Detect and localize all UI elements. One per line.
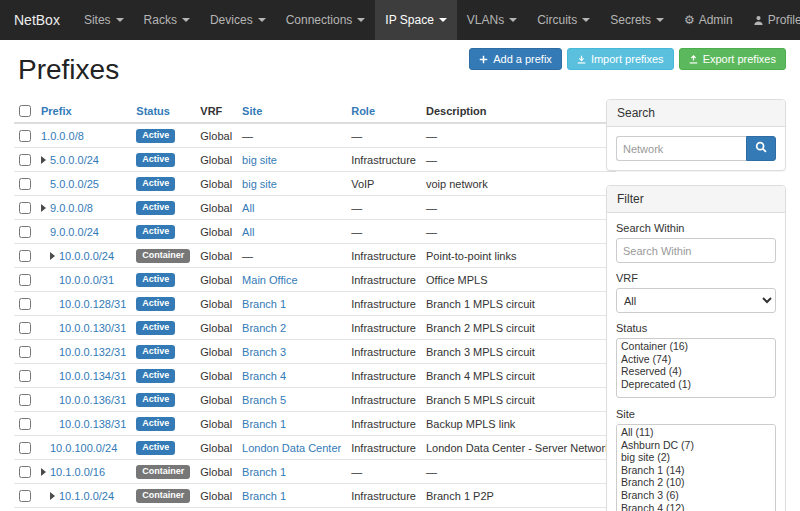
vrf-cell: Global [195, 316, 237, 340]
sort-link-prefix[interactable]: Prefix [41, 105, 72, 117]
status-option[interactable]: Deprecated (1) [617, 378, 775, 391]
expand-toggle-icon[interactable] [41, 468, 46, 476]
row-checkbox[interactable] [19, 130, 31, 142]
site-link[interactable]: Branch 3 [242, 346, 286, 358]
sort-link-status[interactable]: Status [136, 105, 170, 117]
navbar-admin-link[interactable]: ⚙Admin [674, 0, 743, 40]
row-checkbox[interactable] [19, 274, 31, 286]
row-checkbox[interactable] [19, 226, 31, 238]
navbar-item-racks[interactable]: Racks [134, 0, 200, 40]
site-link[interactable]: All [242, 226, 254, 238]
prefix-link[interactable]: 10.0.0.138/31 [59, 418, 126, 430]
navbar-profile-link[interactable]: Profile [743, 0, 800, 40]
prefix-link[interactable]: 5.0.0.0/25 [50, 178, 99, 190]
status-option[interactable]: Container (16) [617, 340, 775, 353]
row-select-cell [14, 340, 36, 364]
select-all-checkbox[interactable] [19, 105, 31, 117]
navbar-item-connections[interactable]: Connections [276, 0, 376, 40]
row-checkbox[interactable] [19, 250, 31, 262]
vrf-select[interactable]: All [616, 288, 776, 313]
prefix-link[interactable]: 9.0.0.0/8 [50, 202, 93, 214]
row-checkbox[interactable] [19, 394, 31, 406]
prefix-link[interactable]: 10.1.0.0/16 [50, 466, 105, 478]
import-prefixes-button[interactable]: Import prefixes [567, 48, 674, 70]
site-link[interactable]: Branch 2 [242, 322, 286, 334]
export-prefixes-button[interactable]: Export prefixes [679, 48, 786, 70]
site-link[interactable]: Branch 4 [242, 370, 286, 382]
search-input[interactable] [616, 136, 746, 161]
vrf-cell: Global [195, 460, 237, 484]
site-option[interactable]: Branch 2 (10) [617, 476, 775, 489]
row-checkbox[interactable] [19, 466, 31, 478]
row-select-cell [14, 364, 36, 388]
navbar-item-circuits[interactable]: Circuits [527, 0, 600, 40]
row-checkbox[interactable] [19, 346, 31, 358]
prefix-link[interactable]: 10.0.0.128/31 [59, 298, 126, 310]
row-checkbox[interactable] [19, 418, 31, 430]
site-option[interactable]: Branch 3 (6) [617, 489, 775, 502]
site-link[interactable]: big site [242, 154, 277, 166]
site-cell: Branch 2 [237, 316, 346, 340]
site-link[interactable]: Branch 1 [242, 466, 286, 478]
navbar-item-sites[interactable]: Sites [74, 0, 134, 40]
site-link[interactable]: London Data Center [242, 442, 341, 454]
site-link[interactable]: Branch 1 [242, 298, 286, 310]
description-cell: Office MPLS [421, 268, 616, 292]
prefix-link[interactable]: 10.0.0.0/24 [59, 250, 114, 262]
prefix-link[interactable]: 5.0.0.0/24 [50, 154, 99, 166]
search-within-input[interactable] [616, 238, 776, 263]
prefix-link[interactable]: 10.0.0.134/31 [59, 370, 126, 382]
site-link[interactable]: Main Office [242, 274, 297, 286]
site-link[interactable]: big site [242, 178, 277, 190]
prefix-link[interactable]: 10.0.0.0/31 [59, 274, 114, 286]
status-option[interactable]: Active (74) [617, 353, 775, 366]
status-filter-list[interactable]: Container (16)Active (74)Reserved (4)Dep… [616, 338, 776, 398]
row-checkbox[interactable] [19, 370, 31, 382]
prefix-link[interactable]: 10.0.0.136/31 [59, 394, 126, 406]
site-link[interactable]: Branch 1 [242, 490, 286, 502]
prefix-link[interactable]: 10.0.100.0/24 [50, 442, 117, 454]
site-cell: Branch 1 [237, 292, 346, 316]
status-cell: Active [131, 364, 195, 388]
site-option[interactable]: Ashburn DC (7) [617, 439, 775, 452]
row-checkbox[interactable] [19, 298, 31, 310]
sort-link-site[interactable]: Site [242, 105, 262, 117]
brand-logo[interactable]: NetBox [0, 0, 74, 40]
row-checkbox[interactable] [19, 202, 31, 214]
prefix-link[interactable]: 10.0.0.132/31 [59, 346, 126, 358]
navbar-item-devices[interactable]: Devices [200, 0, 276, 40]
navbar-item-vlans[interactable]: VLANs [457, 0, 527, 40]
site-link[interactable]: Branch 1 [242, 418, 286, 430]
navbar-item-ip-space[interactable]: IP Space [375, 0, 456, 40]
search-button[interactable] [746, 136, 776, 161]
site-link[interactable]: All [242, 202, 254, 214]
row-checkbox[interactable] [19, 490, 31, 502]
site-option[interactable]: Branch 1 (14) [617, 464, 775, 477]
status-option[interactable]: Reserved (4) [617, 365, 775, 378]
row-checkbox[interactable] [19, 178, 31, 190]
site-link[interactable]: Branch 5 [242, 394, 286, 406]
site-option[interactable]: All (11) [617, 426, 775, 439]
prefix-link[interactable]: 9.0.0.0/24 [50, 226, 99, 238]
status-badge: Active [136, 393, 175, 407]
navbar-item-secrets[interactable]: Secrets [600, 0, 674, 40]
prefix-link[interactable]: 10.0.0.130/31 [59, 322, 126, 334]
description-cell: — [421, 148, 616, 172]
prefix-link[interactable]: 1.0.0.0/8 [41, 130, 84, 142]
add-a-prefix-button[interactable]: Add a prefix [469, 48, 562, 70]
site-filter-list[interactable]: All (11)Ashburn DC (7)big site (2)Branch… [616, 424, 776, 511]
search-panel: Search [606, 99, 786, 171]
expand-toggle-icon[interactable] [50, 492, 55, 500]
site-option[interactable]: Branch 4 (12) [617, 502, 775, 511]
expand-toggle-icon[interactable] [50, 252, 55, 260]
role-cell: VoIP [346, 172, 421, 196]
prefix-row: 5.0.0.0/25ActiveGlobalbig siteVoIPvoip n… [14, 172, 616, 196]
row-checkbox[interactable] [19, 154, 31, 166]
expand-toggle-icon[interactable] [41, 204, 46, 212]
site-option[interactable]: big site (2) [617, 451, 775, 464]
row-checkbox[interactable] [19, 442, 31, 454]
prefix-link[interactable]: 10.1.0.0/24 [59, 490, 114, 502]
sort-link-role[interactable]: Role [351, 105, 375, 117]
row-checkbox[interactable] [19, 322, 31, 334]
expand-toggle-icon[interactable] [41, 156, 46, 164]
